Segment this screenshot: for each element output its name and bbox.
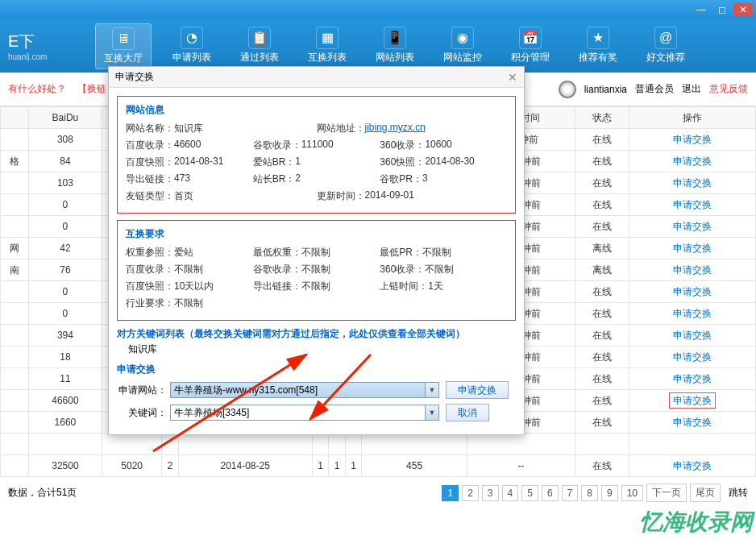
- toolbar-item-6[interactable]: 📅积分管理: [503, 23, 558, 69]
- table-cell: 申请交换: [629, 303, 755, 325]
- apply-exchange-link[interactable]: 申请交换: [669, 392, 716, 409]
- keyword-list-note: 对方关键词列表（最终交换关键词需对方通过后指定，此处仅供查看全部关键词）: [117, 327, 516, 341]
- minimize-button[interactable]: —: [692, 3, 711, 16]
- apply-exchange-link[interactable]: 申请交换: [673, 156, 712, 167]
- feedback-link[interactable]: 意见反馈: [709, 82, 748, 96]
- page-button[interactable]: 5: [521, 485, 538, 501]
- toolbar-item-5[interactable]: ◉网站监控: [435, 23, 490, 69]
- page-button[interactable]: 1: [442, 485, 459, 501]
- dropdown-icon[interactable]: ▼: [425, 405, 438, 420]
- apply-exchange-link[interactable]: 申请交换: [673, 243, 712, 254]
- field-value: 不限制: [301, 280, 330, 293]
- table-cell: [1, 172, 29, 194]
- page-nav-button[interactable]: 尾页: [690, 484, 721, 502]
- column-header: 操作: [629, 107, 755, 129]
- table-cell: 申请交换: [629, 216, 755, 238]
- apply-cancel-button[interactable]: 取消: [446, 404, 489, 421]
- apply-exchange-link[interactable]: 申请交换: [673, 373, 712, 384]
- field-value: 知识库: [174, 122, 203, 135]
- toolbar-icon: @: [654, 27, 677, 49]
- logout-link[interactable]: 退出: [682, 82, 701, 96]
- page-jump-label: 跳转: [729, 486, 748, 500]
- table-cell: [28, 434, 102, 455]
- field-value: 2014-08-31: [174, 156, 223, 169]
- page-button[interactable]: 4: [502, 485, 519, 501]
- table-cell: 在线: [575, 172, 629, 194]
- table-cell: 申请交换: [629, 281, 755, 303]
- username-label: liantianxia: [584, 84, 627, 95]
- toolbar-item-7[interactable]: ★推荐有奖: [571, 23, 625, 69]
- apply-exchange-link[interactable]: 申请交换: [673, 199, 712, 210]
- table-cell: [467, 434, 575, 455]
- table-cell: 308: [28, 129, 102, 151]
- table-cell: [362, 434, 467, 455]
- field-value: 10天以内: [174, 280, 214, 293]
- page-button[interactable]: 3: [482, 485, 499, 501]
- apply-keyword-select[interactable]: 牛羊养殖场[3345] ▼: [170, 405, 439, 421]
- table-cell: 42: [28, 238, 102, 259]
- toolbar-icon: 🖥: [112, 27, 135, 50]
- page-button[interactable]: 2: [462, 485, 479, 501]
- page-button[interactable]: 9: [601, 485, 618, 501]
- field-value: 3: [422, 172, 428, 186]
- apply-submit-button[interactable]: 申请交换: [446, 381, 509, 399]
- table-cell: 在线: [575, 129, 629, 151]
- apply-exchange-link[interactable]: 申请交换: [673, 177, 712, 189]
- dialog-close-button[interactable]: ✕: [508, 71, 517, 84]
- page-button[interactable]: 6: [542, 485, 559, 501]
- table-cell: 申请交换: [629, 194, 755, 216]
- table-cell: [1, 368, 29, 390]
- main-toolbar: E下 huanlj.com 🖥互换大厅◔申请列表📋通过列表▦互换列表📱网站列表◉…: [0, 19, 756, 73]
- table-cell: 申请交换: [629, 412, 755, 434]
- field-value: 1: [295, 156, 301, 169]
- maximize-button[interactable]: ◻: [712, 3, 732, 16]
- help-link-benefits[interactable]: 有什么好处？: [8, 82, 66, 96]
- table-cell: 在线: [575, 303, 629, 325]
- dropdown-icon[interactable]: ▼: [425, 383, 438, 397]
- apply-exchange-link[interactable]: 申请交换: [673, 221, 712, 232]
- toolbar-label: 通过列表: [240, 51, 279, 64]
- field-value[interactable]: jibing.myzx.cn: [365, 122, 426, 135]
- page-button[interactable]: 10: [621, 485, 643, 501]
- column-header: 状态: [575, 107, 629, 129]
- apply-exchange-link[interactable]: 申请交换: [673, 286, 712, 297]
- apply-exchange-link[interactable]: 申请交换: [673, 330, 712, 341]
- table-cell: 申请交换: [629, 151, 755, 172]
- apply-exchange-link[interactable]: 申请交换: [673, 460, 712, 471]
- table-cell: [312, 434, 328, 455]
- apply-exchange-link[interactable]: 申请交换: [673, 134, 712, 145]
- toolbar-item-3[interactable]: ▦互换列表: [300, 23, 355, 69]
- toolbar-item-0[interactable]: 🖥互换大厅: [95, 23, 152, 69]
- toolbar-label: 申请列表: [172, 51, 211, 64]
- page-button[interactable]: 8: [581, 485, 598, 501]
- table-row: [1, 434, 756, 455]
- apply-exchange-link[interactable]: 申请交换: [673, 417, 712, 428]
- field-label: 站长BR：: [253, 172, 296, 186]
- toolbar-item-2[interactable]: 📋通过列表: [232, 23, 287, 69]
- page-nav-button[interactable]: 下一页: [646, 484, 687, 502]
- table-cell: 申请交换: [629, 259, 755, 281]
- toolbar-item-4[interactable]: 📱网站列表: [368, 23, 422, 69]
- watermark-text: 忆海收录网: [640, 507, 753, 537]
- pagination-info: 数据，合计51页: [8, 486, 77, 500]
- toolbar-item-1[interactable]: ◔申请列表: [164, 23, 219, 69]
- site-info-title: 网站信息: [126, 103, 507, 117]
- field-label: 百度收录：: [126, 139, 174, 152]
- apply-site-select[interactable]: 牛羊养殖场-www.ny315.com[548] ▼: [170, 382, 439, 398]
- field-value: 111000: [301, 139, 334, 152]
- apply-exchange-link[interactable]: 申请交换: [673, 351, 712, 363]
- apply-exchange-link[interactable]: 申请交换: [673, 308, 712, 319]
- table-cell: 394: [28, 325, 102, 347]
- close-window-button[interactable]: ✕: [733, 3, 753, 16]
- field-value: 不限制: [174, 263, 203, 276]
- apply-exchange-link[interactable]: 申请交换: [673, 264, 712, 276]
- table-cell: 32500: [28, 455, 102, 477]
- help-link-exchange[interactable]: 【换链: [77, 82, 106, 96]
- page-button[interactable]: 7: [562, 485, 579, 501]
- table-cell: [1, 303, 29, 325]
- table-cell: --: [467, 455, 575, 477]
- column-header: [1, 107, 29, 129]
- table-cell: 在线: [575, 216, 629, 238]
- toolbar-item-8[interactable]: @好文推荐: [638, 23, 693, 69]
- toolbar-icon: ▦: [316, 27, 339, 49]
